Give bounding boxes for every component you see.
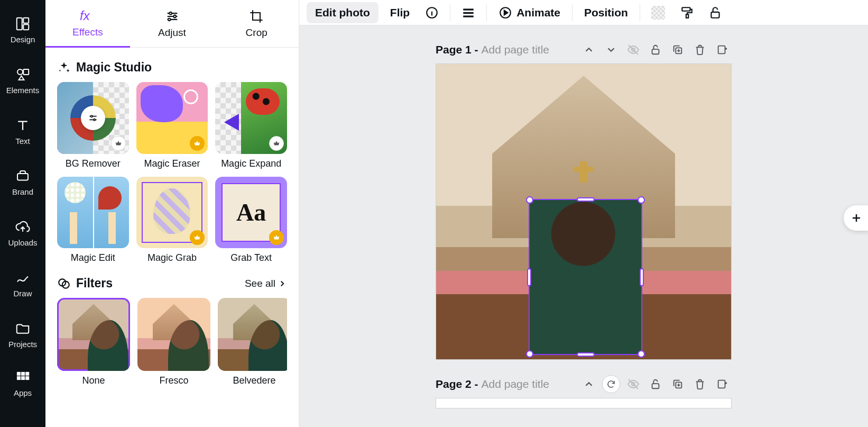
- svg-rect-2: [23, 24, 29, 30]
- nav-text[interactable]: Text: [0, 106, 45, 157]
- resize-handle[interactable]: [526, 196, 533, 204]
- filter-belvedere[interactable]: Belvedere: [218, 298, 287, 386]
- resize-handle[interactable]: [638, 196, 645, 204]
- filter-fresco[interactable]: Fresco: [137, 298, 210, 386]
- svg-rect-23: [463, 15, 474, 17]
- card-magic-grab[interactable]: Magic Grab: [136, 177, 208, 264]
- resize-edge[interactable]: [640, 268, 644, 286]
- animate-button[interactable]: Animate: [494, 2, 565, 23]
- card-magic-edit[interactable]: Magic Edit: [57, 177, 129, 264]
- filter-label: Fresco: [159, 375, 188, 386]
- page-1-canvas[interactable]: [436, 63, 732, 360]
- card-magic-expand[interactable]: Magic Expand: [215, 82, 287, 169]
- page-hide[interactable]: [624, 40, 643, 59]
- page-delete[interactable]: [690, 40, 709, 59]
- tab-crop[interactable]: Crop: [214, 0, 299, 47]
- page-duplicate[interactable]: [668, 375, 687, 394]
- page-title-input[interactable]: Add page title: [482, 378, 549, 390]
- workspace[interactable]: Page 1 - Add page title: [299, 25, 868, 427]
- transparency-button[interactable]: [648, 2, 669, 23]
- list-button[interactable]: [458, 2, 479, 23]
- card-bg-remover[interactable]: BG Remover: [57, 82, 129, 169]
- resize-edge[interactable]: [527, 268, 531, 286]
- svg-point-14: [173, 15, 176, 17]
- animate-label: Animate: [516, 6, 560, 19]
- card-magic-eraser[interactable]: Magic Eraser: [136, 82, 208, 169]
- info-button[interactable]: [421, 2, 442, 23]
- page-collapse-down[interactable]: [602, 40, 621, 59]
- lock-open-icon: [650, 44, 661, 56]
- page-collapse-up[interactable]: [579, 375, 598, 394]
- svg-point-15: [168, 18, 170, 21]
- nav-uploads[interactable]: Uploads: [0, 207, 45, 258]
- slider-icon: [81, 106, 105, 130]
- svg-rect-10: [22, 376, 25, 379]
- card-label: Magic Expand: [221, 158, 281, 169]
- nav-brand[interactable]: Brand: [0, 157, 45, 207]
- copy-style-button[interactable]: [676, 2, 697, 23]
- filter-label: Belvedere: [233, 375, 275, 386]
- nav-design[interactable]: Design: [0, 4, 45, 55]
- flip-button[interactable]: Flip: [386, 2, 414, 23]
- magic-studio-grid: BG Remover Magic Eraser: [57, 82, 287, 264]
- separator: [640, 4, 640, 21]
- resize-edge[interactable]: [577, 352, 595, 357]
- animate-icon: [498, 6, 512, 20]
- page-add[interactable]: [713, 40, 732, 59]
- page-collapse-up[interactable]: [579, 40, 598, 59]
- thumb-magic-eraser: [136, 82, 208, 154]
- edit-photo-button[interactable]: Edit photo: [307, 2, 378, 23]
- page-sync[interactable]: [602, 375, 621, 394]
- page-duplicate[interactable]: [668, 40, 687, 59]
- page-2: Page 2 - Add page title: [436, 375, 732, 408]
- resize-handle[interactable]: [638, 350, 645, 358]
- card-grab-text[interactable]: Aa Grab Text: [215, 177, 287, 264]
- nav-projects[interactable]: Projects: [0, 309, 45, 360]
- page-hide[interactable]: [624, 375, 643, 394]
- nav-elements[interactable]: Elements: [0, 55, 45, 106]
- page-prefix: Page 2 -: [436, 378, 478, 390]
- page-2-canvas[interactable]: [436, 398, 732, 408]
- lock-open-icon: [650, 378, 661, 390]
- see-all-button[interactable]: See all: [245, 278, 287, 289]
- selected-photo[interactable]: [529, 199, 642, 355]
- section-title-label: Filters: [76, 276, 113, 290]
- tab-adjust[interactable]: Adjust: [130, 0, 215, 47]
- page-lock[interactable]: [646, 40, 665, 59]
- resize-handle[interactable]: [526, 350, 533, 358]
- lock-button[interactable]: [705, 2, 726, 23]
- tab-effects[interactable]: fx Effects: [45, 0, 130, 47]
- premium-badge-icon: [190, 136, 205, 151]
- svg-point-3: [17, 69, 23, 75]
- filters-icon: [57, 277, 71, 290]
- tab-label: Crop: [246, 27, 267, 39]
- nav-apps[interactable]: Apps: [0, 360, 45, 407]
- brand-icon: [15, 168, 31, 184]
- svg-rect-11: [26, 376, 29, 379]
- nav-label: Elements: [6, 86, 40, 95]
- add-comment-button[interactable]: [844, 205, 868, 231]
- premium-badge-icon: [269, 136, 284, 151]
- see-all-label: See all: [245, 278, 275, 289]
- page-add[interactable]: [713, 375, 732, 394]
- page-lock[interactable]: [646, 375, 665, 394]
- svg-rect-8: [26, 372, 29, 375]
- tab-label: Adjust: [158, 27, 186, 39]
- filter-none[interactable]: None: [57, 298, 130, 386]
- canvas-area: Edit photo Flip Animate Position Page 1 …: [299, 0, 868, 427]
- page-title-input[interactable]: Add page title: [482, 43, 549, 56]
- duplicate-icon: [672, 44, 684, 56]
- chevron-up-icon: [583, 378, 595, 390]
- card-label: Magic Edit: [71, 252, 115, 264]
- position-button[interactable]: Position: [580, 2, 632, 23]
- nav-draw[interactable]: Draw: [0, 258, 45, 309]
- svg-rect-27: [711, 12, 719, 17]
- design-icon: [15, 16, 31, 32]
- separator: [572, 4, 572, 21]
- resize-edge[interactable]: [577, 197, 595, 202]
- page-delete[interactable]: [690, 375, 709, 394]
- card-label: BG Remover: [66, 158, 121, 169]
- page-2-head: Page 2 - Add page title: [436, 375, 732, 394]
- plus-icon: [850, 212, 863, 224]
- svg-rect-7: [22, 372, 25, 375]
